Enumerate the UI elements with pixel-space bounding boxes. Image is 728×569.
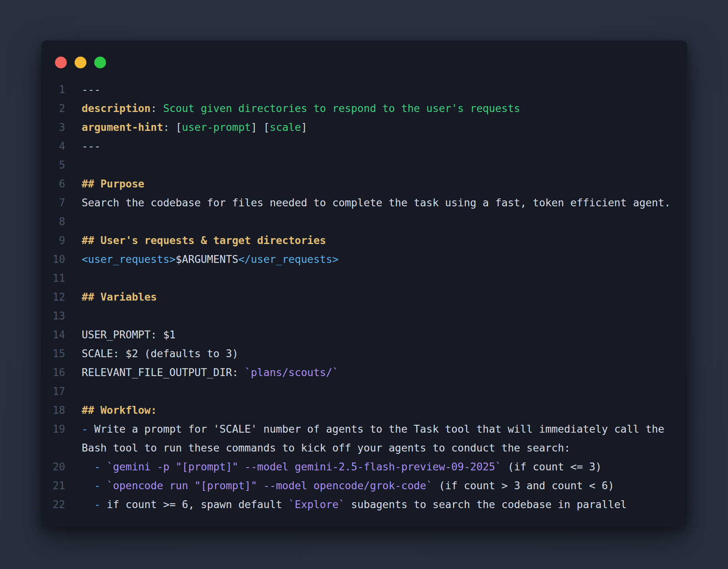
desktop-background: 1---2description: Scout given directorie… (0, 0, 728, 569)
code-token (82, 461, 94, 473)
line-number: 9 (41, 231, 65, 250)
code-line: 8 (41, 212, 687, 231)
code-token (82, 479, 94, 492)
code-token: USER_PROMPT: $1 (82, 329, 176, 341)
line-number: 21 (41, 476, 65, 495)
line-number: 4 (41, 137, 65, 156)
code-line-text: argument-hint: [user-prompt] [scale] (82, 118, 307, 137)
code-line-text: <user_requests>$ARGUMENTS</user_requests… (82, 250, 338, 269)
code-line: 21 - `opencode run "[prompt]" --model op… (41, 476, 687, 495)
code-token: argument-hint (82, 121, 163, 133)
code-line: 16RELEVANT_FILE_OUTPUT_DIR: `plans/scout… (41, 363, 687, 382)
code-line-text: --- (82, 137, 101, 156)
code-token: `plans/scouts/` (245, 366, 338, 378)
code-line: 5 (41, 156, 687, 174)
line-number: 22 (41, 495, 65, 514)
code-editor[interactable]: 1---2description: Scout given directorie… (41, 80, 687, 527)
line-number: 13 (41, 307, 65, 325)
code-line: 1--- (41, 80, 687, 99)
code-token: ## Workflow: (82, 404, 157, 416)
line-number: 16 (41, 363, 65, 382)
code-token: SCALE: $2 (defaults to 3) (82, 347, 238, 360)
line-number: 15 (41, 344, 65, 363)
code-token (101, 461, 107, 473)
code-token: Search the codebase for files needed to … (82, 196, 671, 209)
line-number: 10 (41, 250, 65, 269)
line-number: 6 (41, 174, 65, 193)
minimize-button-icon[interactable] (75, 57, 86, 68)
code-token: --- (82, 83, 101, 95)
code-token: Write a prompt for 'SCALE' number of age… (88, 423, 664, 435)
code-token: - (94, 498, 101, 510)
code-token: <user_requests> (82, 253, 176, 265)
code-token: `opencode run "[prompt]" --model opencod… (107, 479, 433, 492)
code-line-text: Search the codebase for files needed to … (82, 193, 671, 212)
code-line: 12## Variables (41, 288, 687, 307)
code-token: ] (301, 121, 307, 133)
code-line: 17 (41, 382, 687, 401)
code-token: `Explore` (289, 498, 345, 510)
code-token (257, 121, 263, 133)
code-token: if count >= 6, spawn default (101, 498, 289, 510)
code-line: 4--- (41, 137, 687, 156)
code-line-text: description: Scout given directories to … (82, 99, 520, 118)
code-line-text: RELEVANT_FILE_OUTPUT_DIR: `plans/scouts/… (82, 363, 338, 382)
line-number: 7 (41, 193, 65, 212)
window-titlebar (55, 57, 106, 68)
code-line-text: Bash tool to run these commands to kick … (82, 439, 570, 457)
code-token: description (82, 102, 151, 114)
code-token: ## Variables (82, 291, 157, 303)
code-token: user-prompt (182, 121, 251, 133)
code-line-text: --- (82, 80, 101, 99)
line-number: 5 (41, 156, 65, 174)
code-token: RELEVANT_FILE_OUTPUT_DIR: (82, 366, 245, 378)
line-number (41, 439, 65, 457)
code-token: - (94, 479, 101, 492)
line-number: 19 (41, 420, 65, 439)
line-number: 3 (41, 118, 65, 137)
code-token: subagents to search the codebase in para… (345, 498, 627, 510)
line-number: 8 (41, 212, 65, 231)
code-token: [ (176, 121, 182, 133)
code-line-text: - `opencode run "[prompt]" --model openc… (82, 476, 614, 495)
code-line: 20 - `gemini -p "[prompt]" --model gemin… (41, 457, 687, 476)
code-line-text: ## User's requests & target directories (82, 231, 326, 250)
code-line: 14USER_PROMPT: $1 (41, 325, 687, 344)
code-line: 15SCALE: $2 (defaults to 3) (41, 344, 687, 363)
code-line: 22 - if count >= 6, spawn default `Explo… (41, 495, 687, 514)
code-line-text: ## Purpose (82, 174, 145, 193)
line-number: 14 (41, 325, 65, 344)
code-token: --- (82, 140, 101, 152)
code-token: $ARGUMENTS (176, 253, 238, 265)
code-line-text: USER_PROMPT: $1 (82, 325, 176, 344)
line-number: 17 (41, 382, 65, 401)
code-line-text: - Write a prompt for 'SCALE' number of a… (82, 420, 664, 439)
code-line: 6## Purpose (41, 174, 687, 193)
line-number: 18 (41, 401, 65, 420)
code-token: - (82, 423, 88, 435)
code-token: (if count <= 3) (501, 461, 602, 473)
code-line: 11 (41, 269, 687, 288)
code-line: 9## User's requests & target directories (41, 231, 687, 250)
code-line: 2description: Scout given directories to… (41, 99, 687, 118)
code-line-text: - `gemini -p "[prompt]" --model gemini-2… (82, 457, 602, 476)
code-token: : (151, 102, 163, 114)
code-token: Scout given directories to respond to th… (163, 102, 520, 114)
line-number: 2 (41, 99, 65, 118)
code-line-text: ## Variables (82, 288, 157, 307)
close-button-icon[interactable] (55, 57, 67, 68)
code-token: </user_requests> (238, 253, 338, 265)
code-token: - (94, 461, 101, 473)
code-line: Bash tool to run these commands to kick … (41, 439, 687, 457)
zoom-button-icon[interactable] (94, 57, 106, 68)
code-line: 3argument-hint: [user-prompt] [scale] (41, 118, 687, 137)
code-token: `gemini -p "[prompt]" --model gemini-2.5… (107, 461, 501, 473)
code-line: 19- Write a prompt for 'SCALE' number of… (41, 420, 687, 439)
line-number: 12 (41, 288, 65, 307)
code-line-text: - if count >= 6, spawn default `Explore`… (82, 495, 627, 514)
editor-window: 1---2description: Scout given directorie… (41, 40, 687, 527)
code-token: ## Purpose (82, 178, 145, 190)
code-line: 10<user_requests>$ARGUMENTS</user_reques… (41, 250, 687, 269)
code-line-text: ## Workflow: (82, 401, 157, 420)
code-token: ## User's requests & target directories (82, 234, 326, 246)
